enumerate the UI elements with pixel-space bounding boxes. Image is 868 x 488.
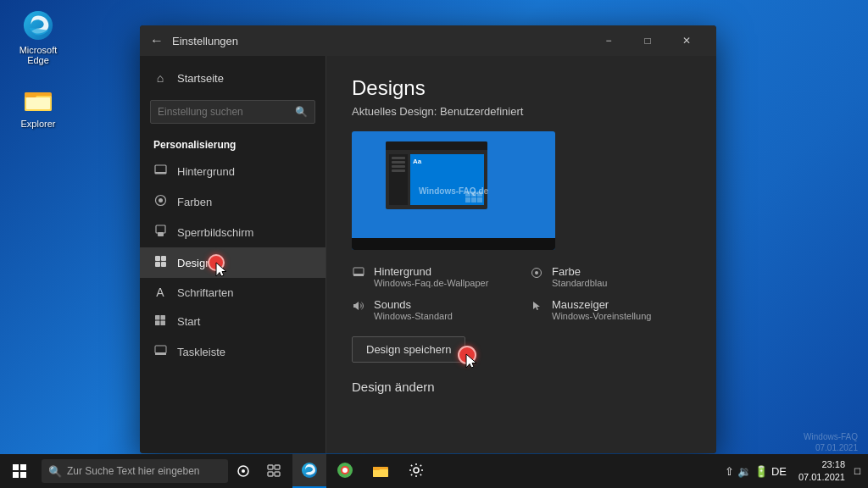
task-view-button[interactable] xyxy=(259,454,289,488)
settings-main: Designs Aktuelles Design: Benutzerdefini… xyxy=(326,56,716,453)
design-info-value: Standardblau xyxy=(552,278,607,288)
design-info-label: Farbe xyxy=(552,265,607,278)
taskbar-folder[interactable] xyxy=(364,454,398,488)
taskbar-edge[interactable] xyxy=(292,454,326,488)
search-icon: 🔍 xyxy=(48,465,62,478)
preview-window-bar xyxy=(386,141,487,150)
svg-point-24 xyxy=(535,271,538,274)
sidebar-item-farben[interactable]: Farben xyxy=(140,186,326,217)
svg-point-38 xyxy=(342,468,348,473)
explorer-icon-label: Explorer xyxy=(21,119,56,129)
preview-watermark: Windows-FAQ.de xyxy=(419,186,488,196)
svg-rect-31 xyxy=(268,465,273,469)
design-info-label: Mauszeiger xyxy=(552,298,651,311)
design-info-content: Mauszeiger Windows-Voreinstellung xyxy=(552,298,651,321)
edge-desktop-icon[interactable]: Microsoft Edge xyxy=(8,8,68,65)
language-icon[interactable]: DE xyxy=(771,465,787,478)
start-button[interactable] xyxy=(0,454,38,488)
explorer-desktop-icon[interactable]: Explorer xyxy=(8,82,68,129)
svg-rect-22 xyxy=(353,274,364,276)
svg-rect-33 xyxy=(268,472,273,476)
svg-rect-14 xyxy=(161,262,166,267)
taskbar: 🔍 Zur Suche Text hier eingeben xyxy=(0,454,868,488)
svg-point-30 xyxy=(242,469,245,473)
preview-nav-item xyxy=(392,157,405,159)
settings-title: Einstellungen xyxy=(172,35,589,47)
windows-logo-icon xyxy=(13,464,26,478)
taskbar-chrome[interactable] xyxy=(328,454,362,488)
design-info-value: Windows-Standard xyxy=(374,311,453,321)
sidebar-item-label: Schriftarten xyxy=(177,286,233,299)
preview-col2: Aa xyxy=(410,154,484,205)
sidebar-search-input[interactable] xyxy=(158,106,295,118)
back-button[interactable]: ← xyxy=(150,33,164,48)
taskbar-folder-icon xyxy=(372,462,389,479)
svg-rect-9 xyxy=(156,225,165,233)
svg-rect-12 xyxy=(161,256,166,261)
maximize-button[interactable]: □ xyxy=(628,25,667,56)
preview-grid-cell xyxy=(471,197,476,202)
sidebar-item-label: Hintergrund xyxy=(177,165,235,178)
sidebar-item-start[interactable]: Start xyxy=(140,307,326,336)
systray: ⇧ 🔉 🔋 DE xyxy=(725,465,787,478)
sperrbildschirm-icon xyxy=(153,225,167,240)
svg-rect-13 xyxy=(155,262,160,267)
sidebar-item-label: Taskleiste xyxy=(177,346,225,358)
design-info-row: Sounds Windows-Standard xyxy=(352,298,513,321)
notification-icon[interactable]: ☐ xyxy=(854,467,861,476)
design-info-mauszeiger: Mauszeiger Windows-Voreinstellung xyxy=(530,298,691,321)
home-icon: ⌂ xyxy=(153,71,167,85)
svg-rect-40 xyxy=(373,469,388,477)
mauszeiger-info-icon xyxy=(530,300,543,314)
design-info-sounds: Sounds Windows-Standard xyxy=(352,298,513,321)
design-info-row: Farbe Standardblau xyxy=(530,265,691,288)
taskbar-search-text: Zur Suche Text hier eingeben xyxy=(67,465,200,477)
sidebar-item-taskleiste[interactable]: Taskleiste xyxy=(140,336,326,367)
sidebar-item-label: Sperrbildschirm xyxy=(177,226,253,239)
sidebar-item-sperrbildschirm[interactable]: Sperrbildschirm xyxy=(140,217,326,247)
taskbar-gear-icon xyxy=(409,463,424,478)
task-view-icon xyxy=(267,464,281,478)
sidebar-search-button[interactable]: 🔍 xyxy=(295,106,308,118)
clock-date: 07.01.2021 xyxy=(798,471,845,484)
window-controls: − □ ✕ xyxy=(589,25,706,56)
taskbar-clock[interactable]: 23:18 07.01.2021 xyxy=(798,458,845,485)
design-info-hintergrund: Hintergrund Windows-Faq.de-Wallpaper xyxy=(352,265,513,288)
svg-rect-41 xyxy=(373,467,380,470)
svg-rect-17 xyxy=(155,321,160,326)
preview-window: Aa xyxy=(386,141,487,209)
design-info-row: Mauszeiger Windows-Voreinstellung xyxy=(530,298,691,321)
volume-icon[interactable]: 🔉 xyxy=(737,465,751,478)
sidebar-item-schriftarten[interactable]: A Schriftarten xyxy=(140,278,326,307)
close-button[interactable]: ✕ xyxy=(667,25,706,56)
minimize-button[interactable]: − xyxy=(589,25,628,56)
cortana-button[interactable] xyxy=(228,454,259,488)
settings-titlebar: ← Einstellungen − □ ✕ xyxy=(140,25,716,56)
design-info-grid: Hintergrund Windows-Faq.de-Wallpaper xyxy=(352,265,691,321)
sidebar-home[interactable]: ⌂ Startseite xyxy=(140,63,326,93)
settings-sidebar: ⌂ Startseite 🔍 Personalisierung Hin xyxy=(140,56,326,453)
taskbar-chrome-icon xyxy=(337,462,353,479)
battery-icon[interactable]: 🔋 xyxy=(754,465,768,478)
settings-body: ⌂ Startseite 🔍 Personalisierung Hin xyxy=(140,56,716,453)
design-info-farbe: Farbe Standardblau xyxy=(530,265,691,288)
sidebar-item-designs[interactable]: Designs xyxy=(140,247,326,278)
svg-rect-27 xyxy=(13,472,19,478)
svg-rect-34 xyxy=(275,472,280,476)
taskbar-search[interactable]: 🔍 Zur Suche Text hier eingeben xyxy=(42,459,228,483)
sidebar-item-hintergrund[interactable]: Hintergrund xyxy=(140,156,326,186)
design-save-button[interactable]: Design speichern xyxy=(352,336,465,363)
sidebar-section-title: Personalisierung xyxy=(140,130,326,156)
schriftarten-icon: A xyxy=(153,286,167,299)
network-icon[interactable]: ⇧ xyxy=(725,465,734,478)
hintergrund-info-icon xyxy=(352,267,365,281)
design-info-row: Hintergrund Windows-Faq.de-Wallpaper xyxy=(352,265,513,288)
edge-icon xyxy=(21,8,55,42)
edge-icon-label: Microsoft Edge xyxy=(8,45,68,65)
sidebar-search-box: 🔍 xyxy=(150,100,315,124)
preview-nav-item xyxy=(392,169,405,172)
svg-point-8 xyxy=(159,198,163,202)
taskbar-right: ⇧ 🔉 🔋 DE 23:18 07.01.2021 ☐ xyxy=(725,458,868,485)
svg-rect-19 xyxy=(155,346,166,353)
taskbar-settings[interactable] xyxy=(399,454,433,488)
